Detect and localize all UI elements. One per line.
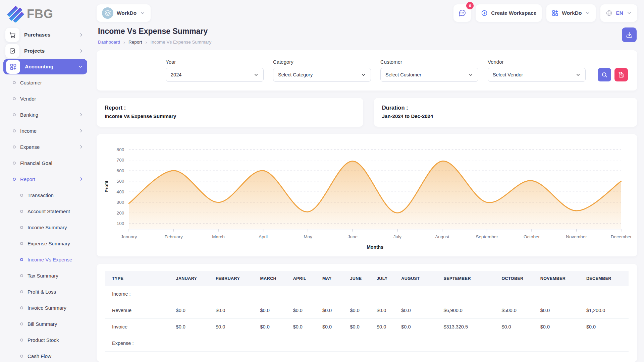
chevron-separator-icon: › (123, 39, 125, 45)
cell-value: $0.0 (538, 318, 584, 335)
download-report-button[interactable] (622, 27, 637, 42)
filter-category: Category Select Category (273, 59, 371, 82)
bullet-icon (13, 97, 16, 100)
sidebar-item-customer[interactable]: Customer (0, 74, 91, 90)
svg-text:Months: Months (367, 244, 383, 250)
filter-panel: Year 2024 Category Select Category (97, 50, 637, 90)
sidebar-item-financial-goal[interactable]: Financial Goal (0, 155, 91, 171)
sidebar-item-label: Income Vs Expense (28, 257, 72, 262)
sidebar-item-purchases[interactable]: Purchases (0, 27, 91, 43)
table-group-row-income: Income : (105, 286, 629, 302)
brand-logo[interactable]: FBG (0, 0, 91, 27)
apply-filter-button[interactable] (598, 68, 611, 81)
svg-text:200: 200 (117, 210, 124, 216)
cell-value: $0.0 (347, 318, 374, 335)
reset-filter-button[interactable] (614, 68, 628, 81)
year-select[interactable]: 2024 (166, 68, 264, 82)
search-icon (601, 72, 607, 78)
sidebar-item-bill-summary[interactable]: Bill Summary (0, 316, 91, 332)
sidebar-item-label: Transaction (28, 192, 54, 198)
workspace-switcher[interactable]: WorkDo (97, 4, 151, 22)
table-header-row: TYPEJANUARYFEBRUARYMARCHAPRILMAYJUNEJULY… (105, 271, 629, 286)
column-header-may: MAY (320, 271, 347, 286)
sidebar-item-expense[interactable]: Expense (0, 139, 91, 155)
svg-text:400: 400 (117, 189, 124, 194)
sidebar-item-label: Projects (24, 48, 45, 54)
cell-value: $0.0 (320, 302, 347, 318)
sidebar-item-label: Customer (20, 80, 42, 85)
sidebar-item-product-stock[interactable]: Product Stock (0, 332, 91, 348)
app-root: FBG PurchasesProjectsAccountingCustomerV… (0, 0, 644, 362)
topbar: WorkDo 0 Create Workspace (97, 0, 637, 22)
sidebar-item-vendor[interactable]: Vendor (0, 90, 91, 107)
brand-logo-icon (7, 6, 25, 22)
category-select[interactable]: Select Category (273, 68, 371, 82)
sidebar-item-projects[interactable]: Projects (0, 43, 91, 59)
category-label: Category (273, 59, 371, 65)
svg-text:August: August (435, 234, 449, 239)
table-row-revenue: Revenue$0.0$0.0$0.0$0.0$0.0$0.0$0.0$0.0$… (105, 302, 629, 318)
cell-value: $0.0 (173, 302, 213, 318)
sidebar-item-label: Banking (20, 112, 38, 118)
category-select-value: Select Category (278, 72, 313, 77)
svg-text:100: 100 (117, 221, 124, 226)
sidebar-item-label: Cash Flow (28, 353, 51, 359)
brand-logo-text: FBG (27, 7, 53, 21)
cart-icon (9, 32, 16, 39)
sidebar-item-report[interactable]: Report (0, 171, 91, 187)
layers-icon (104, 10, 111, 16)
app-menu-button[interactable]: WorkDo (546, 4, 596, 22)
year-select-value: 2024 (171, 72, 181, 77)
sidebar: FBG PurchasesProjectsAccountingCustomerV… (0, 0, 91, 362)
sidebar-item-invoice-summary[interactable]: Invoice Summary (0, 300, 91, 316)
language-code: EN (616, 10, 623, 16)
language-selector[interactable]: EN (600, 4, 637, 22)
bullet-icon (20, 226, 23, 229)
sidebar-item-expense-summary[interactable]: Expense Summary (0, 235, 91, 251)
profit-series-area (129, 161, 621, 229)
sidebar-item-income[interactable]: Income (0, 123, 91, 139)
cell-value: $500.0 (499, 302, 537, 318)
summary-cards: Report : Income Vs Expense Summary Durat… (97, 98, 637, 127)
breadcrumb-dashboard[interactable]: Dashboard (98, 40, 120, 45)
chevron-right-icon (78, 128, 84, 133)
create-workspace-button[interactable]: Create Workspace (476, 4, 542, 22)
breadcrumb: Dashboard › Report › Income Vs Expense S… (98, 39, 211, 45)
sidebar-item-label: Bill Summary (28, 321, 57, 327)
vendor-select[interactable]: Select Vendor (488, 68, 586, 82)
cell-value: $0.0 (398, 318, 441, 335)
sidebar-item-income-vs-expense[interactable]: Income Vs Expense (0, 251, 91, 267)
plus-circle-icon (481, 10, 488, 16)
sidebar-item-cash-flow[interactable]: Cash Flow (0, 348, 91, 362)
sidebar-item-label: Expense Summary (28, 241, 70, 246)
column-header-june: JUNE (347, 271, 374, 286)
create-workspace-label: Create Workspace (491, 10, 536, 16)
clear-filter-icon (618, 72, 624, 78)
customer-select-value: Select Customer (385, 72, 421, 77)
bullet-icon (20, 306, 23, 309)
breadcrumb-report[interactable]: Report (128, 40, 142, 45)
sidebar-item-label: Profit & Loss (28, 289, 56, 295)
svg-text:800: 800 (117, 147, 124, 152)
filter-vendor: Vendor Select Vendor (488, 59, 586, 82)
sidebar-item-profit-loss[interactable]: Profit & Loss (0, 284, 91, 300)
messages-button[interactable]: 0 (453, 4, 471, 22)
bullet-icon (13, 178, 16, 181)
sidebar-item-banking[interactable]: Banking (0, 107, 91, 123)
customer-select[interactable]: Select Customer (380, 68, 478, 82)
check-icon-box (5, 44, 19, 58)
chat-icon (458, 9, 466, 17)
bullet-icon (20, 258, 23, 261)
sidebar-item-accounting[interactable]: Accounting (3, 59, 87, 74)
duration-value: Jan-2024 to Dec-2024 (382, 113, 629, 119)
group-label: Expense : (105, 335, 629, 351)
sidebar-item-tax-summary[interactable]: Tax Summary (0, 267, 91, 284)
sidebar-item-account-statement[interactable]: Account Statement (0, 203, 91, 219)
sidebar-item-income-summary[interactable]: Income Summary (0, 219, 91, 235)
chevron-right-icon (78, 176, 84, 182)
sidebar-menu: PurchasesProjectsAccountingCustomerVendo… (0, 27, 91, 362)
chevron-down-icon (361, 72, 366, 77)
sidebar-item-transaction[interactable]: Transaction (0, 187, 91, 203)
grid-icon-box (6, 60, 20, 74)
cart-icon-box (5, 28, 19, 42)
